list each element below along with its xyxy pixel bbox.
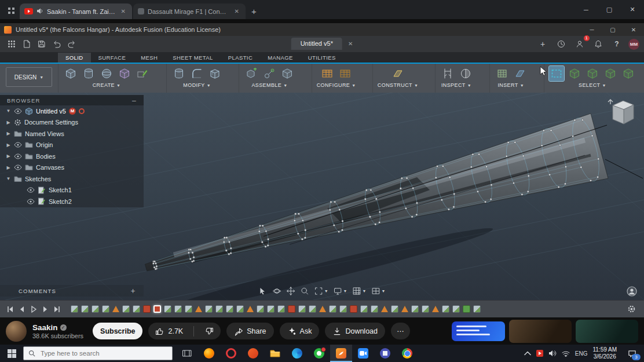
viewports-icon[interactable]: ▼ — [371, 287, 385, 295]
tree-item-label[interactable]: Canvases — [36, 164, 64, 171]
hidden-icons-tray-icon[interactable] — [524, 351, 531, 356]
box-display-2-button[interactable] — [585, 66, 600, 81]
tree-item-label[interactable]: Sketch2 — [49, 198, 72, 205]
chevron-down-icon[interactable]: ▼ — [602, 83, 606, 87]
opera-taskbar-icon[interactable] — [220, 345, 242, 362]
more-actions-button[interactable]: ⋯ — [391, 323, 410, 339]
measure-button[interactable] — [440, 66, 455, 81]
section-analysis-button[interactable] — [458, 66, 473, 81]
create-sketch-button[interactable] — [135, 66, 150, 81]
like-button[interactable]: 2.7K — [148, 323, 190, 339]
job-status-icon[interactable]: 1 — [573, 38, 587, 50]
timeline-feature-39[interactable] — [463, 305, 470, 313]
decal-button[interactable] — [513, 66, 528, 81]
timeline-feature-2[interactable] — [81, 305, 89, 313]
share-button[interactable]: Share — [226, 323, 273, 339]
display-settings-icon[interactable]: ▼ — [334, 287, 347, 295]
timeline-feature-6[interactable] — [122, 305, 130, 313]
help-icon[interactable]: ? — [610, 38, 624, 50]
timeline-feature-34[interactable] — [411, 305, 419, 313]
form-box-button[interactable] — [117, 66, 132, 81]
select-cursor-icon[interactable] — [259, 287, 268, 295]
firefox-taskbar-icon[interactable] — [198, 345, 220, 362]
timeline-feature-29[interactable] — [360, 305, 368, 313]
box-primitive-button[interactable] — [63, 66, 78, 81]
browser-maximize-button[interactable]: ▢ — [598, 0, 621, 19]
timeline-feature-17[interactable] — [236, 305, 244, 313]
timeline-feature-40[interactable] — [473, 305, 481, 313]
group-label[interactable]: MODIFY — [183, 82, 204, 88]
tree-item-named-views[interactable]: ▶Named Views — [0, 128, 144, 140]
timeline-feature-35[interactable] — [422, 305, 429, 313]
task-view-taskbar-icon[interactable] — [176, 345, 198, 362]
tree-item-label[interactable]: Named Views — [25, 130, 64, 137]
wifi-tray-icon[interactable] — [562, 350, 570, 357]
media-tray-icon[interactable] — [536, 350, 543, 357]
box-display-1-button[interactable] — [567, 66, 582, 81]
download-button[interactable]: Download — [325, 323, 385, 339]
browser-panel-collapse-icon[interactable]: ─ — [132, 97, 137, 104]
timeline-feature-22[interactable] — [288, 305, 295, 313]
history-icon[interactable] — [554, 38, 568, 50]
timeline-feature-11[interactable] — [174, 305, 182, 313]
ribbon-tab-solid[interactable]: SOLID — [58, 53, 91, 63]
file-explorer-taskbar-icon[interactable] — [264, 345, 286, 362]
tree-item-bodies[interactable]: ▶Bodies — [0, 151, 144, 162]
channel-name[interactable]: Saakin — [32, 323, 58, 332]
zoom-icon[interactable] — [301, 287, 309, 295]
play-button[interactable] — [29, 305, 38, 314]
group-label[interactable]: CONSTRUCT — [378, 82, 412, 88]
document-tab-close-icon[interactable]: ✕ — [348, 41, 353, 47]
new-tab-button[interactable]: + — [251, 6, 257, 16]
chevron-down-icon[interactable]: ▼ — [116, 83, 120, 87]
ask-button[interactable]: Ask — [280, 323, 320, 339]
undo-icon[interactable] — [50, 38, 64, 50]
eye-icon[interactable] — [14, 164, 22, 170]
timeline-feature-10[interactable] — [164, 305, 171, 313]
document-tab-label[interactable]: Untitled v5* — [291, 38, 342, 50]
timeline-feature-8[interactable] — [143, 305, 151, 313]
timeline-feature-4[interactable] — [102, 305, 109, 313]
expander-icon[interactable]: ▼ — [6, 108, 11, 114]
grid-settings-icon[interactable]: ▼ — [353, 287, 367, 295]
tree-item-sketch1[interactable]: Sketch1 — [0, 185, 144, 196]
browser-close-button[interactable]: ✕ — [621, 0, 644, 19]
tree-item-sketches[interactable]: ▼Sketches — [0, 173, 144, 185]
start-button[interactable] — [0, 345, 23, 362]
ribbon-tab-plastic[interactable]: PLASTIC — [221, 53, 260, 63]
chevron-down-icon[interactable]: ▼ — [381, 289, 385, 293]
tree-item-label[interactable]: Sketch1 — [49, 187, 72, 193]
group-label[interactable]: INSPECT — [441, 82, 466, 88]
viewport-canvas[interactable]: BROWSER ─ ▼Untitled v5M▶Document Setting… — [0, 93, 644, 300]
expander-icon[interactable]: ▶ — [6, 153, 11, 159]
expander-icon[interactable]: ▶ — [6, 131, 11, 136]
tree-item-label[interactable]: Origin — [36, 141, 53, 148]
document-tab[interactable]: Untitled v5* ✕ — [291, 38, 353, 50]
box-display-3-button[interactable] — [603, 66, 618, 81]
box-display-4-button[interactable] — [621, 66, 636, 81]
ribbon-tab-utilities[interactable]: UTILITIES — [301, 53, 343, 63]
shell-button[interactable] — [207, 66, 222, 81]
group-label[interactable]: ASSEMBLE — [251, 82, 281, 88]
tree-item-untitled-v5[interactable]: ▼Untitled v5M — [0, 105, 144, 117]
timeline-feature-36[interactable] — [432, 306, 439, 312]
timeline-feature-21[interactable] — [277, 305, 285, 313]
timeline-feature-26[interactable] — [329, 305, 336, 313]
timeline-feature-28[interactable] — [350, 305, 357, 313]
press-pull-button[interactable] — [171, 66, 186, 81]
video-thumbnail[interactable] — [452, 321, 505, 341]
workspace-selector[interactable]: DESIGN ▼ — [6, 67, 52, 87]
timeline-feature-9[interactable] — [153, 305, 161, 313]
ribbon-tab-surface[interactable]: SURFACE — [91, 53, 134, 63]
chevron-down-icon[interactable]: ▼ — [467, 83, 471, 87]
tree-item-label[interactable]: Untitled v5 — [36, 108, 66, 115]
step-back-button[interactable] — [17, 305, 27, 314]
timeline-feature-16[interactable] — [226, 305, 233, 313]
user-status-icon[interactable] — [627, 286, 637, 297]
user-avatar[interactable]: MM — [628, 39, 639, 50]
timeline-feature-20[interactable] — [267, 305, 275, 313]
timeline-feature-30[interactable] — [371, 305, 378, 313]
rigid-group-button[interactable] — [280, 66, 295, 81]
group-label[interactable]: CREATE — [93, 82, 115, 88]
expander-icon[interactable]: ▼ — [6, 176, 11, 181]
